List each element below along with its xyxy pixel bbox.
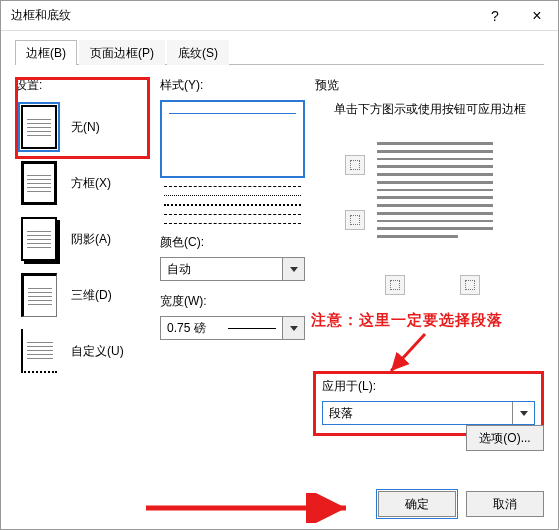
tab-bar: 边框(B) 页面边框(P) 底纹(S) [15,39,544,65]
style-column: 样式(Y): 颜色(C): 自动 宽度(W): [160,77,305,340]
preview-paragraph[interactable] [375,140,495,240]
options-button[interactable]: 选项(O)... [466,425,544,451]
preview-hint: 单击下方图示或使用按钮可应用边框 [315,100,544,118]
preview-label: 预览 [315,77,544,94]
settings-column: 设置: 无(N) 方框(X) 阴影 [15,77,145,380]
color-combo[interactable]: 自动 [160,257,305,281]
setting-box-label: 方框(X) [71,175,111,192]
preview-border-left-button[interactable] [385,275,405,295]
preview-column: 预览 单击下方图示或使用按钮可应用边框 [315,77,544,300]
ok-button[interactable]: 确定 [378,491,456,517]
window-title: 边框和底纹 [1,7,474,24]
setting-box[interactable]: 方框(X) [15,156,145,210]
setting-3d-label: 三维(D) [71,287,112,304]
setting-shadow-label: 阴影(A) [71,231,111,248]
applyto-label: 应用于(L): [322,378,535,395]
titlebar: 边框和底纹 ? × [1,1,558,31]
style-label: 样式(Y): [160,77,305,94]
width-label: 宽度(W): [160,293,305,310]
cancel-button[interactable]: 取消 [466,491,544,517]
setting-none-icon [21,105,57,149]
setting-custom-label: 自定义(U) [71,343,124,360]
setting-custom-icon [21,329,57,373]
options-area: 选项(O)... [466,425,544,451]
chevron-down-icon [282,258,304,280]
width-combo[interactable]: 0.75 磅 [160,316,305,340]
setting-custom[interactable]: 自定义(U) [15,324,145,378]
setting-box-icon [21,161,57,205]
tab-borders[interactable]: 边框(B) [15,40,77,65]
setting-shadow[interactable]: 阴影(A) [15,212,145,266]
help-button[interactable]: ? [474,1,516,31]
svg-line-0 [391,334,425,371]
setting-none[interactable]: 无(N) [15,100,145,154]
dialog-footer: 确定 取消 [378,491,544,517]
color-value: 自动 [161,261,282,278]
applyto-value: 段落 [323,405,512,422]
tab-page-borders[interactable]: 页面边框(P) [79,40,165,65]
setting-shadow-icon [21,217,57,261]
applyto-combo[interactable]: 段落 [322,401,535,425]
dialog-window: 边框和底纹 ? × 边框(B) 页面边框(P) 底纹(S) 设置: 无(N) [0,0,559,530]
style-list[interactable] [160,100,305,178]
preview-stage [315,130,544,300]
close-button[interactable]: × [516,1,558,31]
preview-border-top-button[interactable] [345,155,365,175]
setting-none-label: 无(N) [71,119,100,136]
annotation-text: 注意：这里一定要选择段落 [311,311,503,330]
chevron-down-icon [282,317,304,339]
tab-content: 设置: 无(N) 方框(X) 阴影 [15,77,544,479]
width-value: 0.75 磅 [161,320,222,337]
dialog-body: 边框(B) 页面边框(P) 底纹(S) 设置: 无(N) [1,31,558,529]
preview-border-bottom-button[interactable] [345,210,365,230]
setting-3d-icon [21,273,57,317]
width-sample-line [228,328,277,329]
color-label: 颜色(C): [160,234,305,251]
preview-border-right-button[interactable] [460,275,480,295]
style-list-more[interactable] [160,186,305,224]
annotation-arrow-ok-icon [141,493,361,523]
setting-3d[interactable]: 三维(D) [15,268,145,322]
settings-label: 设置: [15,77,145,94]
tab-shading[interactable]: 底纹(S) [167,40,229,65]
chevron-down-icon [512,402,534,424]
